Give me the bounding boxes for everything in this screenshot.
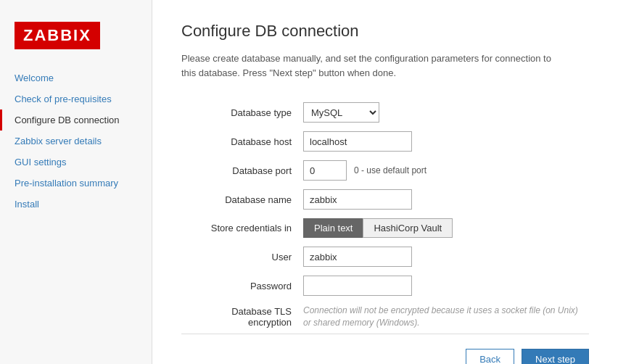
logo: ZABBIX bbox=[15, 22, 100, 49]
sidebar-item-pre-installation[interactable]: Pre-installation summary bbox=[0, 173, 152, 194]
hashicorp-button[interactable]: HashiCorp Vault bbox=[363, 218, 453, 238]
password-label: Password bbox=[181, 271, 297, 300]
form-table: Database type MySQL PostgreSQL Oracle IB… bbox=[181, 98, 589, 334]
user-row: User bbox=[181, 242, 589, 271]
tls-cell: Connection will not be encrypted because… bbox=[297, 300, 589, 334]
db-port-row: Database port 0 - use default port bbox=[181, 156, 589, 185]
tls-note: Connection will not be encrypted because… bbox=[303, 305, 578, 328]
db-host-label: Database host bbox=[181, 127, 297, 156]
page-title: Configure DB connection bbox=[181, 22, 589, 41]
store-creds-label: Store credentials in bbox=[181, 214, 297, 242]
user-label: User bbox=[181, 242, 297, 271]
store-creds-cell: Plain text HashiCorp Vault bbox=[297, 214, 589, 242]
db-port-input[interactable] bbox=[303, 160, 347, 181]
plain-text-button[interactable]: Plain text bbox=[303, 218, 363, 238]
db-port-cell: 0 - use default port bbox=[297, 156, 589, 185]
sidebar-item-prerequisites[interactable]: Check of pre-requisites bbox=[0, 88, 152, 109]
db-type-label: Database type bbox=[181, 98, 297, 127]
store-creds-row: Store credentials in Plain text HashiCor… bbox=[181, 214, 589, 242]
password-cell bbox=[297, 271, 589, 300]
db-host-input[interactable] bbox=[303, 131, 412, 152]
db-host-row: Database host bbox=[181, 127, 589, 156]
user-cell bbox=[297, 242, 589, 271]
logo-container: ZABBIX bbox=[0, 15, 152, 67]
user-input[interactable] bbox=[303, 247, 412, 267]
sidebar-item-gui-settings[interactable]: GUI settings bbox=[0, 152, 152, 173]
password-row: Password bbox=[181, 271, 589, 300]
db-type-cell: MySQL PostgreSQL Oracle IBM DB2 bbox=[297, 98, 589, 127]
tls-row: Database TLS encryption Connection will … bbox=[181, 300, 589, 334]
back-button[interactable]: Back bbox=[466, 349, 514, 364]
next-step-button[interactable]: Next step bbox=[522, 349, 589, 364]
nav: Welcome Check of pre-requisites Configur… bbox=[0, 67, 152, 215]
db-port-label: Database port bbox=[181, 156, 297, 185]
page-description: Please create database manually, and set… bbox=[181, 51, 559, 80]
sidebar-item-install[interactable]: Install bbox=[0, 194, 152, 215]
store-creds-toggle-group: Plain text HashiCorp Vault bbox=[303, 218, 583, 238]
db-name-input[interactable] bbox=[303, 189, 412, 210]
db-type-row: Database type MySQL PostgreSQL Oracle IB… bbox=[181, 98, 589, 127]
db-type-select[interactable]: MySQL PostgreSQL Oracle IBM DB2 bbox=[303, 102, 379, 123]
db-port-hint: 0 - use default port bbox=[354, 165, 427, 175]
password-input[interactable] bbox=[303, 276, 412, 296]
sidebar: ZABBIX Welcome Check of pre-requisites C… bbox=[0, 0, 152, 364]
footer: Back Next step bbox=[181, 334, 589, 364]
sidebar-item-configure-db: Configure DB connection bbox=[0, 109, 152, 131]
tls-label: Database TLS encryption bbox=[181, 300, 297, 334]
sidebar-item-welcome[interactable]: Welcome bbox=[0, 67, 152, 88]
db-name-row: Database name bbox=[181, 185, 589, 214]
main-content: Configure DB connection Please create da… bbox=[152, 0, 618, 364]
db-name-label: Database name bbox=[181, 185, 297, 214]
db-name-cell bbox=[297, 185, 589, 214]
db-host-cell bbox=[297, 127, 589, 156]
sidebar-item-zabbix-server[interactable]: Zabbix server details bbox=[0, 131, 152, 152]
